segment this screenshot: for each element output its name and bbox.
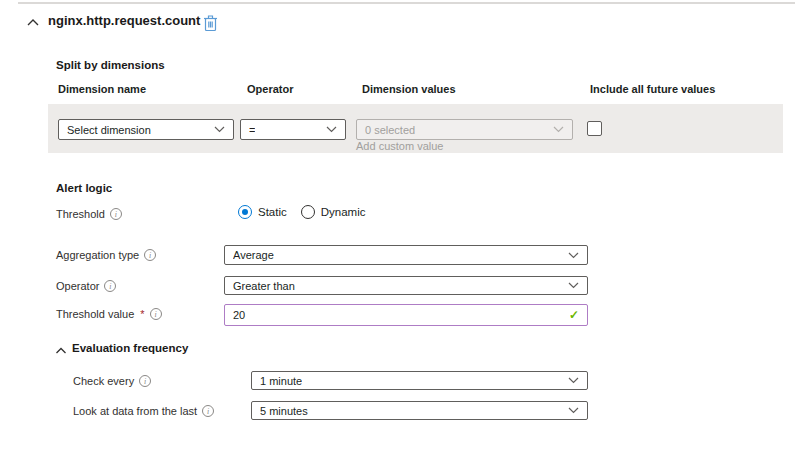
info-icon[interactable]: i — [110, 208, 122, 220]
dimension-name-dropdown-value: Select dimension — [67, 124, 151, 136]
valid-check-icon: ✓ — [569, 308, 587, 322]
alert-condition-panel: nginx.http.request.count Split by dimens… — [0, 0, 800, 454]
chevron-down-icon — [568, 377, 579, 384]
aggregation-type-label: Aggregation type — [56, 249, 139, 261]
aggregation-type-dropdown[interactable]: Average — [224, 245, 588, 265]
threshold-value-label-row: Threshold value * i — [56, 308, 162, 320]
collapse-metric-chevron-up-icon[interactable] — [26, 17, 40, 27]
split-by-dimensions-title: Split by dimensions — [56, 59, 165, 71]
chevron-down-icon — [214, 126, 225, 133]
aggregation-type-dropdown-value: Average — [233, 249, 274, 261]
column-header-dimension-values: Dimension values — [362, 83, 456, 95]
dimension-operator-dropdown[interactable]: = — [240, 119, 346, 140]
column-header-operator: Operator — [247, 83, 293, 95]
lookback-dropdown[interactable]: 5 minutes — [251, 401, 588, 420]
dimension-name-dropdown[interactable]: Select dimension — [58, 119, 234, 140]
threshold-radio-group: Static Dynamic — [238, 205, 366, 219]
radio-unselected-icon — [301, 205, 315, 219]
collapse-evaluation-chevron-up-icon[interactable] — [55, 346, 67, 355]
delete-metric-trash-icon[interactable] — [203, 14, 218, 32]
threshold-label-row: Threshold i — [56, 208, 122, 220]
operator-dropdown-value: Greater than — [233, 280, 295, 292]
chevron-down-icon — [553, 126, 564, 133]
radio-dynamic[interactable]: Dynamic — [301, 205, 366, 219]
aggregation-type-label-row: Aggregation type i — [56, 249, 156, 261]
operator-label: Operator — [56, 280, 99, 292]
radio-dynamic-label: Dynamic — [321, 206, 366, 218]
column-header-dimension-name: Dimension name — [58, 83, 146, 95]
check-every-dropdown-value: 1 minute — [260, 375, 302, 387]
info-icon[interactable]: i — [150, 308, 162, 320]
chevron-down-icon — [568, 282, 579, 289]
chevron-down-icon — [568, 407, 579, 414]
info-icon[interactable]: i — [139, 375, 151, 387]
lookback-label-row: Look at data from the last i — [73, 405, 214, 417]
dimension-values-dropdown-value: 0 selected — [365, 124, 415, 136]
radio-static-label: Static — [258, 206, 287, 218]
threshold-label: Threshold — [56, 208, 105, 220]
info-icon[interactable]: i — [202, 405, 214, 417]
threshold-value-label: Threshold value — [56, 308, 134, 320]
add-custom-value-link[interactable]: Add custom value — [356, 140, 443, 152]
alert-logic-title: Alert logic — [56, 182, 112, 194]
radio-static[interactable]: Static — [238, 205, 287, 219]
check-every-label-row: Check every i — [73, 375, 151, 387]
threshold-value-input[interactable] — [225, 309, 569, 321]
check-every-label: Check every — [73, 375, 134, 387]
operator-dropdown[interactable]: Greater than — [224, 276, 588, 295]
threshold-value-field: ✓ — [224, 304, 588, 326]
chevron-down-icon — [326, 126, 337, 133]
info-icon[interactable]: i — [144, 249, 156, 261]
operator-label-row: Operator i — [56, 280, 116, 292]
dimension-operator-dropdown-value: = — [249, 124, 255, 136]
dimension-values-dropdown: 0 selected — [356, 119, 573, 140]
evaluation-frequency-title: Evaluation frequency — [72, 342, 188, 354]
metric-title: nginx.http.request.count — [48, 13, 200, 28]
chevron-down-icon — [568, 252, 579, 259]
top-divider — [18, 2, 795, 4]
check-every-dropdown[interactable]: 1 minute — [251, 371, 588, 390]
lookback-dropdown-value: 5 minutes — [260, 405, 308, 417]
radio-selected-icon — [238, 205, 252, 219]
lookback-label: Look at data from the last — [73, 405, 197, 417]
required-asterisk: * — [140, 308, 144, 320]
info-icon[interactable]: i — [104, 280, 116, 292]
include-future-values-checkbox[interactable] — [587, 121, 602, 136]
column-header-include-future-values: Include all future values — [590, 83, 715, 95]
